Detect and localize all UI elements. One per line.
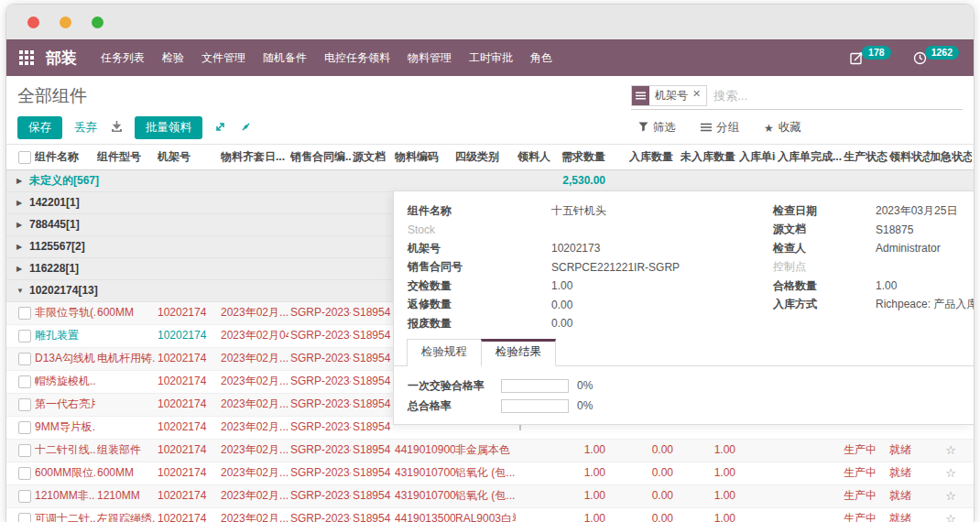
row-checkbox[interactable]: [18, 421, 31, 434]
column-header-urgent[interactable]: 加急状态: [930, 145, 972, 169]
groupby-facet[interactable]: 机架号 ✕: [631, 85, 707, 106]
facet-bars-icon: [632, 86, 649, 105]
column-header-code[interactable]: 物料编码: [395, 145, 455, 169]
row-checkbox[interactable]: [18, 490, 31, 503]
cell-contract: SGRP-2023-...: [290, 485, 351, 506]
cell-rack: 10202174: [158, 440, 218, 461]
select-all-checkbox[interactable]: [18, 151, 31, 164]
nav-menu-item[interactable]: 电控任务领料: [324, 50, 390, 66]
column-header-category[interactable]: 四级类别: [455, 145, 516, 169]
cell-rack[interactable]: 10202174: [158, 325, 218, 346]
urgent-star-icon[interactable]: ☆: [930, 440, 972, 461]
column-header-model[interactable]: 组件型号: [97, 145, 156, 169]
field-row: 机架号10202173: [408, 239, 680, 258]
search-bar[interactable]: 机架号 ✕: [631, 85, 963, 110]
row-checkbox[interactable]: [18, 513, 31, 522]
field-label: 机架号: [408, 241, 551, 256]
field-value[interactable]: Administrator: [876, 242, 941, 255]
timesheet-button[interactable]: 1262: [913, 51, 961, 65]
nav-menu-item[interactable]: 物料管理: [408, 50, 452, 66]
batch-picking-button[interactable]: 批量领料: [135, 116, 202, 139]
field-label: 源文档: [773, 222, 876, 237]
cell-pickstate: 就绪: [889, 462, 930, 484]
column-header-rack[interactable]: 机架号: [158, 145, 218, 169]
column-header-source[interactable]: 源文档: [353, 145, 393, 169]
column-header-contract[interactable]: 销售合同编...: [290, 145, 351, 169]
field-value: SCRPCE221221IR-SGRP: [551, 261, 680, 274]
result-field-row: 一次交验合格率0%: [408, 375, 593, 396]
nav-menu-item[interactable]: 任务列表: [101, 50, 145, 66]
close-window-button[interactable]: [27, 16, 39, 28]
tab-inspection-result[interactable]: 检验结果: [481, 339, 556, 366]
filter-button[interactable]: 筛选: [638, 120, 676, 136]
panel-right-fields: 检查日期2023年03月25日源文档S18875检查人Administrator…: [773, 201, 975, 314]
nav-menu-item[interactable]: 角色: [530, 50, 552, 66]
urgent-star-icon[interactable]: ☆: [930, 462, 972, 484]
cell-notstock: 1.00: [681, 462, 735, 484]
cell-date: 2023年02月...: [221, 417, 289, 438]
progress-input[interactable]: [501, 379, 569, 393]
column-header-prodstate[interactable]: 生产状态: [844, 145, 887, 169]
group-label: 142201[1]: [29, 192, 80, 213]
cell-name: 非限位导轨(...: [35, 302, 95, 323]
cell-name[interactable]: 雕孔装置: [35, 325, 95, 346]
field-value[interactable]: Richpeace: 产品入库: [876, 297, 975, 312]
nav-menu-item[interactable]: 文件管理: [201, 50, 245, 66]
field-label: 入库方式: [773, 297, 876, 312]
maximize-window-button[interactable]: [92, 16, 103, 28]
app-window: 部装 任务列表检验文件管理随机备件电控任务领料物料管理工时审批角色 178 12…: [5, 4, 975, 522]
collapse-button[interactable]: [238, 119, 254, 137]
apps-grid-icon[interactable]: [19, 50, 34, 65]
filter-icon: [638, 122, 648, 135]
save-button[interactable]: 保存: [17, 116, 62, 139]
group-caret-icon: ▶: [16, 170, 22, 191]
field-label: 控制点: [773, 259, 876, 275]
field-label: 返修数量: [408, 297, 551, 312]
cell-contract: SGRP-2023-...: [290, 462, 351, 484]
urgent-star-icon[interactable]: ☆: [930, 485, 972, 506]
groupby-button[interactable]: 分组: [701, 120, 739, 136]
expand-button[interactable]: [212, 119, 228, 137]
column-header-picker[interactable]: 领料人: [517, 145, 550, 169]
column-header-orderid[interactable]: 入库单id: [739, 145, 776, 169]
column-header-name[interactable]: 组件名称: [35, 145, 95, 169]
activities-button[interactable]: 178: [850, 51, 893, 65]
field-row: 销售合同号SCRPCE221221IR-SGRP: [408, 258, 680, 277]
group-row[interactable]: ▶未定义的[567]2,530.00: [6, 170, 974, 192]
facet-remove-icon[interactable]: ✕: [691, 86, 706, 105]
clock-count-badge[interactable]: 1262: [925, 46, 959, 60]
minimize-window-button[interactable]: [60, 16, 71, 28]
nav-menu-item[interactable]: 检验: [162, 50, 184, 66]
field-value[interactable]: 十五针机头: [551, 203, 606, 219]
column-header-date[interactable]: 物料齐套日...: [221, 145, 289, 169]
row-checkbox[interactable]: [18, 307, 31, 320]
row-checkbox[interactable]: [18, 444, 31, 457]
cell-code: 4419013500...: [395, 508, 455, 522]
download-button[interactable]: [109, 119, 125, 137]
cell-name: 1210MM非...: [35, 485, 95, 506]
row-checkbox[interactable]: [18, 330, 31, 343]
edit-count-badge[interactable]: 178: [862, 46, 891, 60]
urgent-star-icon[interactable]: ☆: [930, 508, 972, 522]
nav-menu-item[interactable]: 随机备件: [263, 50, 307, 66]
row-checkbox[interactable]: [18, 375, 31, 388]
column-header-instock[interactable]: 入库数量: [615, 145, 673, 169]
row-checkbox[interactable]: [18, 353, 31, 365]
tab-inspection-procedure[interactable]: 检验规程: [407, 339, 481, 366]
row-checkbox[interactable]: [18, 398, 31, 411]
column-header-demand[interactable]: 需求数量: [552, 145, 605, 169]
column-header-notstock[interactable]: 未入库数量: [681, 145, 735, 169]
discard-button[interactable]: 丢弃: [72, 116, 99, 139]
row-checkbox[interactable]: [18, 467, 31, 480]
cell-contract: SGRP-2023-...: [290, 348, 351, 369]
field-value[interactable]: 10202173: [551, 242, 600, 255]
groupby-label: 分组: [716, 120, 739, 136]
column-header-orderdone[interactable]: 入库单完成...: [778, 145, 842, 169]
nav-menu-item[interactable]: 工时审批: [469, 50, 513, 66]
column-header-pickstate[interactable]: 领料状态: [889, 145, 930, 169]
search-input[interactable]: [707, 88, 963, 103]
app-title[interactable]: 部装: [46, 48, 77, 69]
group-caret-icon: ▶: [16, 192, 22, 213]
progress-input[interactable]: [501, 399, 569, 413]
favorites-button[interactable]: ★ 收藏: [764, 120, 801, 136]
